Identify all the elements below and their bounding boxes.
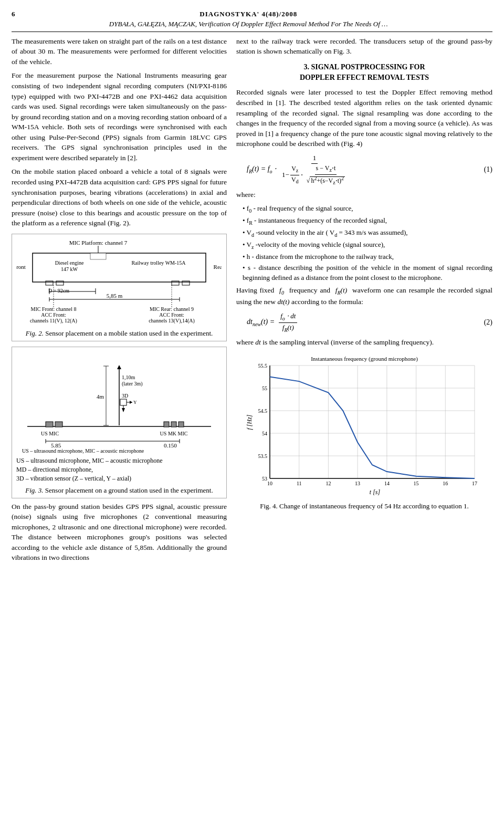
svg-marker-38 — [130, 401, 132, 404]
svg-text:Y: Y — [133, 400, 137, 405]
svg-text:channels 13(V),14(A): channels 13(V),14(A) — [149, 318, 195, 324]
svg-text:D = 92cm: D = 92cm — [48, 288, 69, 294]
svg-text:53.5: 53.5 — [258, 453, 268, 459]
svg-rect-36 — [120, 399, 127, 405]
svg-text:Railway trolley WM-15A: Railway trolley WM-15A — [131, 260, 186, 266]
svg-text:ACC Front:: ACC Front: — [41, 312, 66, 318]
figure-4-caption: Fig. 4. Change of instantaneous frequenc… — [236, 502, 492, 512]
figure-4-chart: Instantaneous frequency (ground micropho… — [244, 352, 485, 499]
header-line1: DIAGNOSTYKA' 4(48)/2008 — [15, 9, 482, 19]
svg-rect-50 — [171, 422, 176, 427]
svg-text:US – ultrasound microphone, MI: US – ultrasound microphone, MIC – acoust… — [22, 448, 144, 454]
svg-rect-29 — [90, 253, 106, 259]
svg-text:15: 15 — [414, 481, 419, 486]
svg-text:US  MIC: US MIC — [41, 431, 59, 436]
page-header: 6 DIAGNOSTYKA' 4(48)/2008 DYBAŁA, GAŁĘZI… — [12, 9, 492, 29]
where-vd: • Vd -sound velocity in the air ( Vd = 3… — [243, 228, 492, 239]
figure-2-caption: Fig. 2. Sensor placement on a mobile sta… — [14, 329, 224, 339]
right-where-label: where: — [236, 190, 492, 200]
where-list: • f0 - real frequency of the signal sour… — [243, 204, 492, 283]
right-para-1: Recorded signals were later processed to… — [236, 87, 492, 149]
svg-text:55: 55 — [262, 385, 267, 391]
left-para-1: The measurements were taken on straight … — [12, 36, 227, 67]
svg-rect-12 — [182, 281, 190, 285]
svg-text:US MK MIC: US MK MIC — [160, 431, 188, 436]
figure-2-box: MIC Platform: channel 7 Front Rear Diese… — [12, 234, 227, 341]
figure-4-container: Instantaneous frequency (ground micropho… — [236, 352, 492, 512]
svg-text:4m: 4m — [97, 393, 104, 400]
svg-text:53: 53 — [262, 476, 267, 482]
svg-rect-49 — [164, 422, 169, 427]
svg-text:channels 11(V), 12(A): channels 11(V), 12(A) — [30, 318, 77, 324]
svg-marker-41 — [122, 408, 125, 412]
svg-text:Diesel engine: Diesel engine — [55, 260, 84, 266]
main-content: The measurements were taken on straight … — [12, 36, 492, 567]
right-column: next to the railway track were recorded.… — [236, 36, 492, 567]
svg-text:f [Hz]: f [Hz] — [246, 415, 253, 430]
page: 6 DIAGNOSTYKA' 4(48)/2008 DYBAŁA, GAŁĘZI… — [0, 0, 504, 576]
header-divider — [12, 32, 492, 32]
svg-text:54.5: 54.5 — [258, 408, 268, 414]
right-para-3: where dt is the sampling interval (inver… — [236, 337, 492, 348]
left-para-4: On the pass-by ground station besides GP… — [12, 502, 227, 563]
svg-text:5,85 m: 5,85 m — [107, 293, 123, 299]
where-vz: • Vz -velocity of the moving vehicle (si… — [243, 240, 492, 251]
svg-rect-51 — [178, 422, 184, 427]
right-intro: next to the railway track were recorded.… — [236, 36, 492, 57]
svg-rect-11 — [172, 281, 179, 285]
svg-text:Instantaneous frequency (groun: Instantaneous frequency (ground micropho… — [311, 356, 418, 362]
figure-3-box: 1,10m (later 3m) 3D Y 4m — [12, 347, 227, 498]
left-para-3: On the mobile station placed onboard a v… — [12, 166, 227, 228]
svg-text:10: 10 — [267, 481, 272, 486]
svg-rect-46 — [46, 422, 53, 427]
svg-rect-10 — [56, 281, 64, 285]
figure-3-diagram: 1,10m (later 3m) 3D Y 4m — [17, 350, 222, 455]
svg-text:MIC Platform: channel 7: MIC Platform: channel 7 — [69, 239, 128, 246]
svg-text:0.150: 0.150 — [164, 442, 177, 448]
svg-rect-2 — [33, 253, 206, 282]
figure-3-legend: US – ultrasound microphone, MIC – acoust… — [16, 456, 222, 484]
svg-text:14: 14 — [384, 481, 390, 486]
svg-text:55.5: 55.5 — [258, 363, 268, 369]
svg-text:ACC Front:: ACC Front: — [159, 312, 184, 318]
svg-rect-9 — [46, 281, 53, 285]
svg-text:t [s]: t [s] — [370, 488, 381, 496]
where-f0: • f0 - real frequency of the signal sour… — [243, 204, 492, 215]
svg-text:11: 11 — [297, 481, 302, 486]
where-s: • s - distance describing the position o… — [243, 263, 492, 283]
section-3-heading: 3. SIGNAL POSTPROCESSING FORDOPPLER EFFE… — [236, 62, 492, 84]
svg-text:13: 13 — [355, 481, 360, 486]
svg-text:(later 3m): (later 3m) — [122, 381, 143, 387]
left-para-2: For the measurement purpose the National… — [12, 70, 227, 163]
svg-text:3D: 3D — [122, 393, 128, 399]
figure-3-caption: Fig. 3. Sensor placement on a ground sta… — [14, 486, 224, 496]
svg-marker-32 — [117, 365, 121, 369]
svg-text:147 kW: 147 kW — [61, 266, 78, 272]
equation-2: dtnew(t) = fo ⋅ dt fR(t) (2) — [247, 311, 492, 334]
equation-1: fR(t) = fo ⋅ 1 1−VzVd⋅ s − Vz⋅t √h2+(s−V… — [247, 153, 492, 187]
svg-text:Rear: Rear — [214, 264, 222, 270]
svg-text:54: 54 — [262, 431, 267, 436]
svg-text:16: 16 — [443, 481, 448, 486]
where-h: • h - distance from the microphone to th… — [243, 252, 492, 262]
svg-rect-47 — [55, 422, 62, 427]
svg-text:17: 17 — [472, 481, 477, 486]
svg-text:1,10m: 1,10m — [122, 374, 135, 380]
right-para-2: Having fixed f0 frequency and fR(t) wave… — [236, 285, 492, 307]
left-column: The measurements were taken on straight … — [12, 36, 227, 567]
svg-text:Front: Front — [17, 264, 26, 270]
svg-text:12: 12 — [326, 481, 331, 486]
figure-2-diagram: MIC Platform: channel 7 Front Rear Diese… — [17, 237, 222, 327]
where-fr: • fR - instantaneous frequency of the re… — [243, 216, 492, 227]
header-line2: DYBAŁA, GAŁĘZIA, MĄCZAK, Verification Of… — [15, 19, 482, 29]
